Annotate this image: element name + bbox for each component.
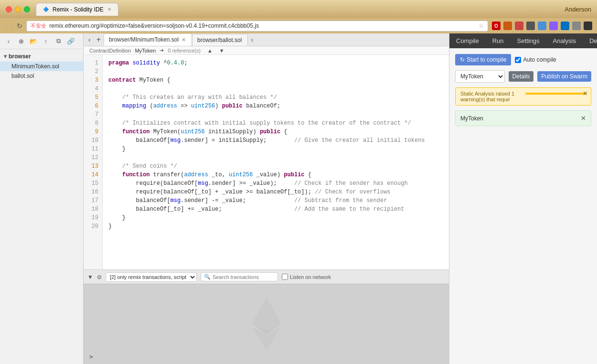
ext-icon-6[interactable]	[561, 21, 569, 30]
link-button[interactable]: 🔗	[66, 36, 75, 46]
compile-panel: ↻ Start to compile Auto compile MyToken …	[449, 48, 597, 364]
auto-compile-checkbox[interactable]	[515, 57, 521, 63]
app-container: ‹ ⊕ 📂 ↑ ⧉ 🔗 browser MInimumToken.sol bal…	[0, 33, 597, 364]
minimize-button[interactable]	[15, 6, 21, 12]
editor-tabs: ‹ + browser/MInimumToken.sol ✕ browser/b…	[84, 33, 449, 46]
compile-actions: ↻ Start to compile Auto compile	[455, 54, 591, 65]
security-icon: 不安全	[31, 22, 46, 30]
ext-icon-7[interactable]	[572, 21, 581, 30]
editor-area: ‹ + browser/MInimumToken.sol ✕ browser/b…	[84, 33, 449, 364]
expand-bottom-icon[interactable]: ▼	[87, 274, 93, 280]
publish-swarm-button[interactable]: Publish on Swarm	[537, 71, 591, 82]
ext-icon-5[interactable]	[549, 21, 558, 30]
bottom-bar: ▼ ⊘ [2] only remix transactions, script …	[84, 269, 449, 284]
listen-network-label[interactable]: Listen on network	[282, 274, 331, 280]
reload-button[interactable]: ↻	[17, 22, 22, 30]
tab-favicon-icon: 🔷	[43, 7, 49, 12]
tree-root-browser[interactable]: browser	[0, 51, 83, 62]
warning-close-button[interactable]: ✕	[583, 90, 588, 97]
file-tree: browser MInimumToken.sol ballot.sol	[0, 49, 83, 83]
menu-compile[interactable]: Compile	[449, 33, 486, 48]
traffic-lights	[6, 6, 30, 12]
right-panel: Compile Run Settings Analysis Debugger S…	[449, 33, 597, 364]
code-editor[interactable]: 1 2 3 4 5 6 7 8 9 10 11 12 13 14 15 16 1…	[84, 55, 449, 269]
ext-icon-4[interactable]	[538, 21, 546, 30]
tx-filter-select[interactable]: [2] only remix transactions, script	[106, 272, 197, 282]
start-compile-label: Start to compile	[467, 56, 506, 63]
new-tab-button[interactable]: +	[94, 33, 104, 46]
top-menu: Compile Run Settings Analysis Debugger S…	[449, 33, 597, 48]
search-input[interactable]	[213, 274, 275, 280]
bookmark-icon[interactable]: ☆	[479, 22, 484, 29]
refresh-icon: ↻	[460, 56, 465, 63]
tab-minimumtoken[interactable]: browser/MInimumToken.sol ✕	[104, 33, 192, 46]
back-button[interactable]: ‹	[5, 22, 7, 30]
code-text[interactable]: pragma solidity ^0.4.0; contract MyToken…	[103, 55, 449, 269]
contract-def-label: ContractDefinition	[89, 48, 131, 54]
contract-section: MyToken ✕	[455, 110, 591, 126]
sidebar-back-button[interactable]: ‹	[4, 36, 13, 46]
tab-nav-right[interactable]: ›	[248, 34, 256, 45]
listen-label-text: Listen on network	[290, 274, 331, 280]
eth-watermark	[238, 295, 295, 353]
start-compile-button[interactable]: ↻ Start to compile	[455, 54, 511, 65]
copy-button[interactable]: ⧉	[53, 36, 63, 46]
auto-compile-text: Auto compile	[523, 56, 556, 63]
search-wrap: 🔍	[201, 272, 278, 281]
arrow-icon: ➜	[160, 47, 164, 54]
url-bar[interactable]: 不安全 remix.ethereum.org/#optimize=false&v…	[26, 21, 488, 32]
listen-network-checkbox[interactable]	[282, 274, 288, 280]
details-button[interactable]: Details	[509, 71, 534, 82]
tab-ballot-label: browser/ballot.sol	[197, 37, 242, 43]
menu-run[interactable]: Run	[486, 33, 511, 48]
tab-ballot[interactable]: browser/ballot.sol	[192, 34, 248, 46]
ext-icon-8[interactable]	[584, 21, 592, 30]
warning-progress-bar	[525, 93, 586, 95]
sidebar-item-minimumtoken[interactable]: MInimumToken.sol	[0, 62, 83, 71]
sidebar: ‹ ⊕ 📂 ↑ ⧉ 🔗 browser MInimumToken.sol bal…	[0, 33, 84, 364]
urlbar: ‹ › ↻ 不安全 remix.ethereum.org/#optimize=f…	[0, 18, 597, 33]
contract-name-ref: MyToken	[135, 48, 156, 54]
maximize-button[interactable]	[24, 6, 30, 12]
tab-nav-left[interactable]: ‹	[85, 34, 94, 45]
tab-bar: 🔷 Remix - Solidity IDE ✕	[36, 3, 565, 16]
tab-minimumtoken-label: browser/MInimumToken.sol	[109, 36, 179, 43]
warning-banner: Static Analysis raised 1 warning(s) that…	[455, 87, 591, 106]
ext-icon-2[interactable]	[515, 21, 523, 30]
ref-nav-down-icon[interactable]: ▼	[219, 48, 224, 54]
warning-text: Static Analysis raised 1 warning(s) that…	[460, 91, 523, 102]
ref-count: 0 reference(s)	[168, 48, 200, 54]
editor-info-bar: ContractDefinition MyToken ➜ 0 reference…	[84, 46, 449, 55]
browser-tab-title: Remix - Solidity IDE	[53, 6, 104, 13]
open-folder-button[interactable]: 📂	[29, 36, 38, 46]
search-icon: 🔍	[204, 274, 211, 280]
tab-close-minimumtoken-icon[interactable]: ✕	[181, 37, 186, 43]
close-button[interactable]	[6, 6, 12, 12]
contract-section-close-button[interactable]: ✕	[581, 115, 586, 122]
clear-button[interactable]: ⊘	[97, 274, 102, 280]
menu-settings[interactable]: Settings	[511, 33, 546, 48]
opera-icon[interactable]: O	[492, 21, 501, 30]
forward-button[interactable]: ›	[11, 22, 13, 30]
terminal-body: >	[84, 284, 449, 364]
ext-icon-1[interactable]	[503, 21, 512, 30]
terminal: >	[84, 284, 449, 364]
menu-analysis[interactable]: Analysis	[546, 33, 583, 48]
sidebar-item-ballot[interactable]: ballot.sol	[0, 71, 83, 81]
titlebar: 🔷 Remix - Solidity IDE ✕ Anderson	[0, 0, 597, 18]
contract-selector-row: MyToken Details Publish on Swarm	[455, 70, 591, 83]
browser-icons: O	[492, 21, 592, 30]
ref-nav-up-icon[interactable]: ▲	[207, 48, 213, 54]
contract-section-name: MyToken	[460, 115, 483, 122]
url-text: remix.ethereum.org/#optimize=false&versi…	[49, 22, 476, 29]
line-numbers: 1 2 3 4 5 6 7 8 9 10 11 12 13 14 15 16 1…	[84, 55, 103, 269]
menu-debugger[interactable]: Debugger	[583, 33, 597, 48]
user-name: Anderson	[565, 6, 591, 13]
contract-select[interactable]: MyToken	[455, 70, 505, 83]
publish-button[interactable]: ↑	[41, 36, 51, 46]
new-file-button[interactable]: ⊕	[16, 36, 26, 46]
auto-compile-label[interactable]: Auto compile	[515, 56, 556, 63]
browser-tab[interactable]: 🔷 Remix - Solidity IDE ✕	[36, 3, 118, 16]
tab-close-icon[interactable]: ✕	[107, 7, 111, 12]
ext-icon-3[interactable]	[526, 21, 535, 30]
